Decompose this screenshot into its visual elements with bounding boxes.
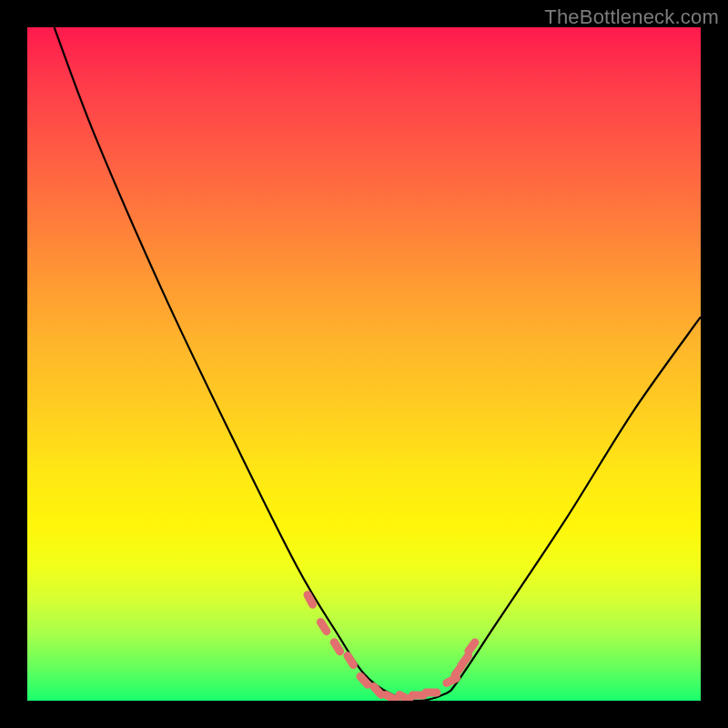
- bottleneck-curve: [55, 27, 701, 701]
- markers-group: [308, 595, 475, 700]
- marker-dot: [308, 595, 313, 605]
- marker-dot: [334, 642, 339, 652]
- chart-frame: TheBottleneck.com: [0, 0, 728, 728]
- marker-dot: [374, 686, 381, 694]
- marker-dot: [447, 678, 457, 682]
- marker-dot: [320, 622, 326, 632]
- marker-dot: [386, 695, 396, 700]
- marker-dot: [455, 666, 461, 675]
- marker-dot: [348, 656, 353, 665]
- marker-dot: [461, 656, 468, 665]
- marker-dot: [469, 642, 475, 652]
- marker-dot: [360, 676, 368, 684]
- chart-svg: [27, 27, 701, 701]
- watermark-text: TheBottleneck.com: [544, 5, 719, 29]
- marker-dot: [399, 695, 410, 700]
- plot-area: [27, 27, 701, 701]
